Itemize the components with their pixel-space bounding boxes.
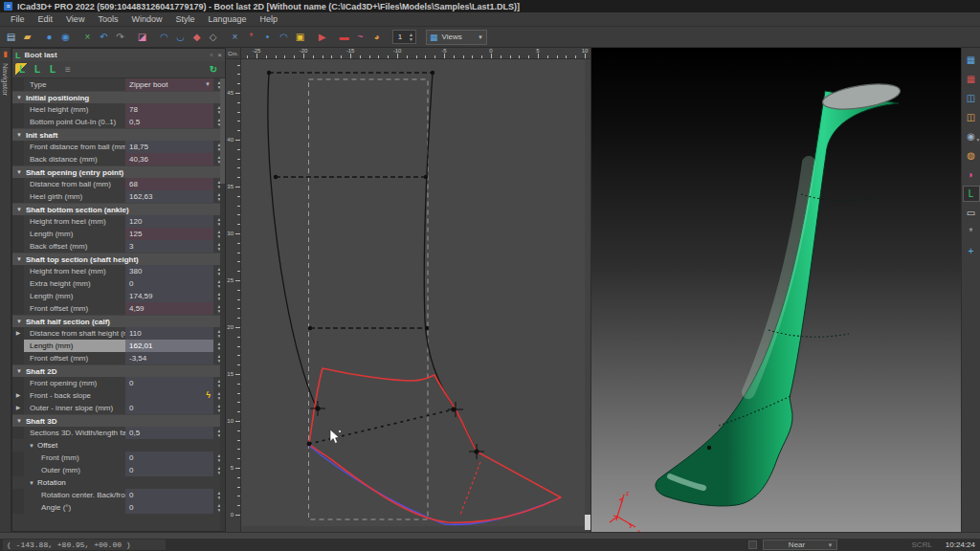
viewport-split2-icon[interactable]: ◫ — [964, 110, 979, 124]
view-mode-icon[interactable]: ◉▼ — [964, 129, 979, 143]
section-init-shaft[interactable]: ▼Init shaft — [12, 128, 225, 141]
zoom-icon[interactable]: ◉ — [58, 30, 73, 44]
near-dropdown[interactable]: Near ▼ — [763, 540, 837, 550]
3d-model-drawing[interactable]: z x — [591, 48, 961, 532]
param-value[interactable]: 3 — [125, 240, 213, 253]
close-icon[interactable]: × — [217, 51, 222, 59]
wave-icon[interactable]: ~ — [353, 30, 368, 44]
heel-dashed-red[interactable] — [460, 462, 480, 515]
panel-scrollbar[interactable] — [220, 78, 225, 531]
param-value[interactable]: 125 — [125, 228, 213, 240]
param-value[interactable]: ϟ — [125, 389, 213, 402]
viewport-2d[interactable]: Cm. -25-20-15-10-50510 45403530252015105… — [226, 48, 591, 532]
collapse-icon[interactable]: ▼ — [26, 480, 37, 486]
shape-icon[interactable]: ▬ — [337, 30, 351, 44]
section-shaft-2d[interactable]: ▼Shaft 2D — [12, 364, 225, 377]
menu-style[interactable]: Style — [168, 14, 201, 24]
curve-tool-icon[interactable]: ◡ — [173, 30, 188, 44]
param-value[interactable]: 174,59 — [125, 290, 213, 302]
new-file-icon[interactable]: ▤ — [4, 30, 18, 44]
page-spinner-arrows[interactable]: ▲▼ — [407, 33, 415, 42]
param-value[interactable]: 110 — [125, 327, 213, 340]
cut-icon[interactable]: × — [80, 30, 95, 44]
collapse-icon[interactable]: ▼ — [12, 256, 26, 262]
upper-outline-red[interactable] — [309, 368, 561, 522]
param-value[interactable]: 78 — [125, 103, 213, 116]
viewport-grid-icon[interactable]: ▦ — [964, 72, 979, 86]
last-open-icon[interactable]: L — [31, 63, 44, 77]
boot-outline-left[interactable] — [268, 73, 317, 408]
subsection-offset[interactable]: ▼Offset — [12, 439, 225, 452]
orbit-view-icon[interactable]: ● — [42, 30, 56, 44]
param-value[interactable]: Zipper boot▼ — [125, 78, 213, 91]
menu-language[interactable]: Language — [201, 14, 253, 24]
subsection-rotation[interactable]: ▼Rotation — [12, 476, 225, 489]
param-value[interactable]: 380 — [125, 265, 213, 277]
cross-markers[interactable] — [310, 401, 484, 459]
render-3d-icon[interactable]: ◍ — [964, 148, 979, 163]
eraser-icon[interactable]: ◪ — [135, 30, 149, 44]
param-value[interactable]: 162,63 — [125, 190, 213, 203]
pointer-icon[interactable]: ▶ — [315, 30, 329, 44]
param-value[interactable]: 0 — [125, 489, 213, 501]
menu-file[interactable]: File — [4, 14, 32, 24]
collapse-icon[interactable]: ▼ — [12, 418, 26, 424]
open-folder-icon[interactable]: ▰ — [20, 30, 34, 44]
2d-horizontal-scrollbar[interactable] — [241, 526, 585, 532]
link-icon[interactable]: ◇ — [206, 30, 220, 44]
page-spinner[interactable]: 1 ▲▼ — [392, 30, 416, 44]
navigator-tab[interactable]: Navigator — [1, 63, 10, 96]
last-copy-icon[interactable]: L — [46, 63, 59, 77]
near-toggle-button[interactable] — [748, 540, 757, 549]
ankle-point-3d[interactable] — [707, 446, 711, 450]
viewport-split-icon[interactable]: ◫ — [964, 91, 979, 105]
measure-icon[interactable]: ≡ — [61, 63, 75, 77]
param-value[interactable]: -3,54 — [125, 352, 213, 364]
views-dropdown[interactable]: ▦ Views ▼ — [426, 30, 487, 45]
viewport-single-icon[interactable]: ▦ — [964, 53, 979, 67]
param-value[interactable]: 0,5 — [125, 427, 213, 439]
param-value[interactable]: 40,36 — [125, 153, 213, 165]
section-shaft-3d[interactable]: ▼Shaft 3D — [12, 414, 225, 427]
expander-icon[interactable]: ▶ — [12, 402, 24, 414]
param-value[interactable]: 0 — [125, 464, 213, 476]
menu-window[interactable]: Window — [124, 14, 168, 24]
param-value[interactable]: 162,01 — [125, 340, 213, 352]
param-value[interactable]: 4,59 — [125, 302, 213, 315]
chevron-down-icon[interactable]: ▼ — [205, 78, 213, 91]
undo-icon[interactable]: ↶ — [97, 30, 111, 44]
param-value[interactable]: 68 — [125, 178, 213, 190]
collapse-icon[interactable]: ▼ — [12, 169, 26, 175]
param-value[interactable]: 0 — [125, 377, 213, 389]
param-value[interactable]: 0,5 — [125, 116, 213, 128]
last-new-icon[interactable]: L — [15, 63, 29, 77]
measure-curve-icon[interactable]: ◠ — [157, 30, 171, 44]
section-shaft-half-section-calf-[interactable]: ▼Shaft half section (calf) — [12, 315, 225, 327]
pin-icon[interactable]: ▫ — [210, 51, 212, 59]
collapse-icon[interactable]: ▼ — [12, 132, 26, 138]
2d-drawing[interactable] — [241, 59, 591, 532]
section-initial-positioning[interactable]: ▼Initial positioning — [12, 91, 225, 103]
menu-tools[interactable]: Tools — [91, 14, 124, 24]
boot-outline-right[interactable] — [424, 73, 477, 452]
2d-vertical-scrollbar[interactable] — [585, 59, 590, 532]
refresh-icon[interactable]: ↻ — [207, 63, 220, 77]
section-shaft-opening-entry-point-[interactable]: ▼Shaft opening (entry point) — [12, 165, 225, 178]
node-edit-icon[interactable]: * — [244, 30, 258, 44]
section-shaft-top-section-shaft-height-[interactable]: ▼Shaft top section (shaft height) — [12, 253, 225, 265]
collapse-icon[interactable]: ▼ — [12, 319, 26, 324]
param-value[interactable]: 0 — [125, 501, 213, 514]
last-icon[interactable]: L — [964, 187, 979, 201]
menu-help[interactable]: Help — [253, 14, 284, 24]
sphere-icon[interactable]: ◕ — [369, 30, 384, 44]
collapse-icon[interactable]: ▼ — [12, 95, 26, 100]
wireframe-icon[interactable]: ▭ — [964, 206, 979, 220]
menu-view[interactable]: View — [59, 14, 91, 24]
point-icon[interactable]: • — [260, 30, 275, 44]
param-value[interactable]: 0 — [125, 452, 213, 464]
mesh-icon[interactable]: * — [964, 225, 979, 239]
line-select-icon[interactable]: × — [228, 30, 242, 44]
add-view-icon[interactable]: + — [964, 244, 979, 258]
arc-icon[interactable]: ◠ — [277, 30, 291, 44]
redo-icon[interactable]: ↷ — [113, 30, 127, 44]
